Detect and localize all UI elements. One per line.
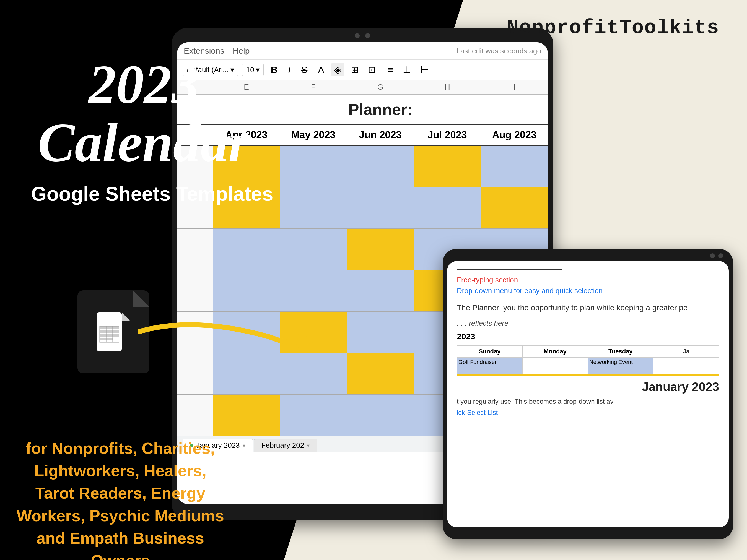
sheets-svg-icon xyxy=(97,313,130,351)
brand-name: NonprofitToolkits xyxy=(507,17,719,39)
cal-row1-aug xyxy=(481,146,548,187)
camera-dot-2 xyxy=(365,33,370,38)
sheet-tab-february[interactable]: February 202 ▾ xyxy=(254,438,317,452)
align-left-button[interactable]: ≡ xyxy=(385,63,396,76)
subtitle-google-sheets: Google Sheets Templates xyxy=(28,183,277,205)
target-audience-text: for Nonprofits, Charities, Lightworkers,… xyxy=(17,437,224,560)
cal-row6-jun xyxy=(347,353,414,395)
secondary-content: Free-typing section Drop-down menu for e… xyxy=(447,261,729,425)
col-header-i: I xyxy=(481,80,548,94)
italic-button[interactable]: I xyxy=(285,63,294,76)
planner-desc: The Planner: you the opportunity to plan… xyxy=(457,302,719,314)
cal-row4-jun xyxy=(347,270,414,312)
tablet-camera-area xyxy=(177,33,548,38)
tab-label-february: February 202 xyxy=(261,441,304,450)
cal-row7-may xyxy=(280,395,347,436)
cal-row5-jun xyxy=(347,312,414,353)
svg-marker-11 xyxy=(296,332,315,348)
mini-col-monday: Monday xyxy=(523,346,588,357)
row-label-3 xyxy=(177,229,213,270)
edit-notice: Last edit was seconds ago xyxy=(457,47,541,55)
dropdown-label: Drop-down menu for easy and quick select… xyxy=(457,287,719,295)
mini-cal-row-1: Golf Fundraiser Networking Event xyxy=(457,357,719,374)
cal-row3-apr xyxy=(213,229,280,270)
fill-color-button[interactable]: ◈ xyxy=(331,63,344,76)
merge-button[interactable]: ⊡ xyxy=(365,63,379,76)
jan-2023-label: January 2023 xyxy=(457,380,719,394)
cal-row4-apr xyxy=(213,270,280,312)
month-may: May 2023 xyxy=(280,125,347,145)
underline-button[interactable]: A xyxy=(314,63,328,76)
cal-row2-may xyxy=(280,187,347,229)
row-label-4 xyxy=(177,270,213,312)
cal-row1-jun xyxy=(347,146,414,187)
cal-row1-jul xyxy=(414,146,481,187)
col-header-f: F xyxy=(280,80,347,94)
col-header-g: G xyxy=(347,80,414,94)
cal-row2-jun xyxy=(347,187,414,229)
svg-rect-5 xyxy=(100,338,113,340)
title-2023-calendar: 2023 Calendar xyxy=(11,55,277,171)
tab-dropdown-feb[interactable]: ▾ xyxy=(307,442,310,449)
yellow-line-mini xyxy=(457,374,719,376)
svg-rect-2 xyxy=(100,326,119,328)
mini-cell-empty2 xyxy=(653,357,719,374)
mini-cal-header: Sunday Monday Tuesday Ja xyxy=(457,346,719,357)
cal-row1-may xyxy=(280,146,347,187)
valign-button[interactable]: ⊥ xyxy=(400,63,414,76)
year-label: 2023 xyxy=(457,332,719,341)
left-content-area: 2023 Calendar Google Sheets Templates xyxy=(28,55,277,205)
strikethrough-button[interactable]: S xyxy=(298,63,311,76)
mini-cell-networking: Networking Event xyxy=(588,357,653,374)
footer-desc-text: t you regularly use. This becomes a drop… xyxy=(457,397,719,406)
mini-cell-empty1 xyxy=(523,357,588,374)
mini-col-tuesday: Tuesday xyxy=(588,346,653,357)
svg-rect-3 xyxy=(100,330,119,332)
sec-camera-dot-2 xyxy=(718,253,723,258)
mini-col-ja: Ja xyxy=(653,346,719,357)
menu-help[interactable]: Help xyxy=(233,46,250,56)
sec-camera-dot-1 xyxy=(710,253,715,258)
tablet-secondary: Free-typing section Drop-down menu for e… xyxy=(443,249,733,539)
camera-dot-1 xyxy=(355,33,360,38)
mini-col-sunday: Sunday xyxy=(457,346,523,357)
svg-rect-4 xyxy=(100,334,119,336)
secondary-camera xyxy=(447,253,729,258)
quick-select-link[interactable]: ick-Select List xyxy=(457,409,719,417)
cal-row7-apr xyxy=(213,395,280,436)
cal-row2-aug xyxy=(481,187,548,229)
cal-row4-may xyxy=(280,270,347,312)
tab-dropdown-jan[interactable]: ▾ xyxy=(242,442,246,449)
mini-event-networking: Networking Event xyxy=(589,359,633,365)
tablet-secondary-screen: Free-typing section Drop-down menu for e… xyxy=(447,261,729,527)
mini-calendar: Sunday Monday Tuesday Ja Golf Fundraiser… xyxy=(457,345,719,376)
freeze-button[interactable]: ⊢ xyxy=(418,63,432,76)
svg-marker-1 xyxy=(122,313,130,321)
month-jun: Jun 2023 xyxy=(347,125,414,145)
month-jul: Jul 2023 xyxy=(414,125,481,145)
top-line-dec xyxy=(457,269,562,270)
cal-row2-jul xyxy=(414,187,481,229)
col-header-h: H xyxy=(414,80,481,94)
cal-row3-may xyxy=(280,229,347,270)
cal-row3-jun xyxy=(347,229,414,270)
border-button[interactable]: ⊞ xyxy=(348,63,361,76)
mini-cell-golf: Golf Fundraiser xyxy=(457,357,523,374)
month-aug: Aug 2023 xyxy=(481,125,548,145)
reflects-label: . . . reflects here xyxy=(457,319,719,328)
mini-event-golf: Golf Fundraiser xyxy=(459,359,497,365)
target-audience-section: for Nonprofits, Charities, Lightworkers,… xyxy=(17,437,224,560)
row-label-7 xyxy=(177,395,213,436)
free-typing-label: Free-typing section xyxy=(457,276,719,284)
arrow-decoration xyxy=(138,310,332,365)
cal-row7-jun xyxy=(347,395,414,436)
